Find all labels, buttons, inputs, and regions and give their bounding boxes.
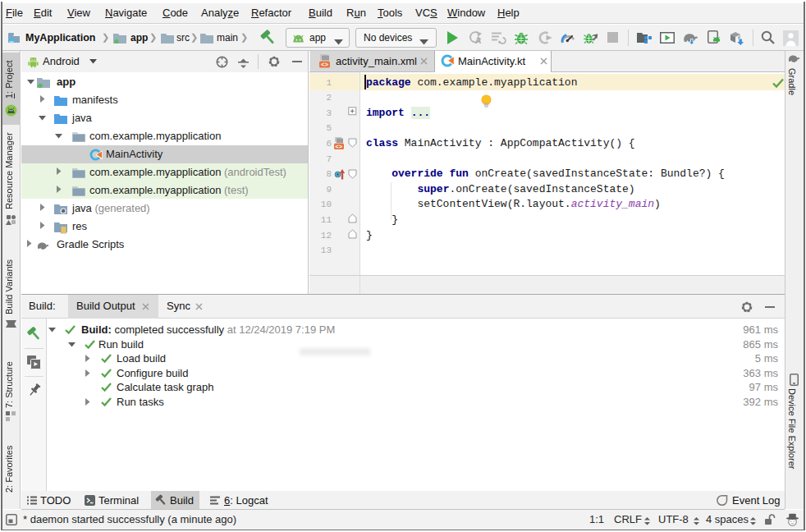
- svg-text:A: A: [475, 36, 481, 45]
- svg-text:<>: <>: [336, 144, 342, 150]
- svg-text:<>: <>: [321, 62, 329, 68]
